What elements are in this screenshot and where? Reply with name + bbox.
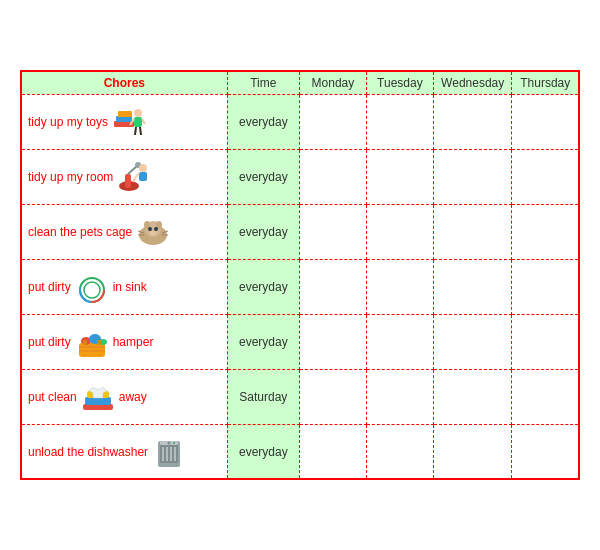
day-cell-row-1-col-1	[366, 149, 433, 204]
day-cell-row-0-col-1	[366, 94, 433, 149]
svg-rect-14	[139, 172, 147, 181]
chore-text-after-5: away	[119, 390, 147, 404]
chore-text-before-5: put clean	[28, 390, 77, 404]
svg-point-13	[139, 164, 147, 172]
header-tuesday: Tuesday	[366, 71, 433, 95]
svg-point-23	[150, 231, 156, 235]
svg-line-7	[135, 127, 136, 135]
day-cell-row-5-col-2	[433, 369, 512, 424]
day-cell-row-6-col-2	[433, 424, 512, 479]
day-cell-row-2-col-3	[512, 204, 579, 259]
chore-icon-dishes	[73, 268, 111, 306]
chore-icon-toys	[110, 103, 148, 141]
chore-row-3: put dirty in sink	[21, 259, 227, 314]
day-cell-row-4-col-3	[512, 314, 579, 369]
header-thursday: Thursday	[512, 71, 579, 95]
svg-rect-4	[134, 117, 142, 127]
day-cell-row-6-col-3	[512, 424, 579, 479]
header-chores: Chores	[21, 71, 227, 95]
header-time: Time	[227, 71, 299, 95]
day-cell-row-4-col-0	[299, 314, 366, 369]
chore-text-before-6: unload the dishwasher	[28, 445, 148, 459]
svg-line-11	[128, 166, 137, 174]
chore-text-before-0: tidy up my toys	[28, 115, 108, 129]
svg-point-51	[173, 442, 175, 444]
time-row-4: everyday	[227, 314, 299, 369]
time-row-6: everyday	[227, 424, 299, 479]
chore-row-5: put clean away	[21, 369, 227, 424]
time-row-5: Saturday	[227, 369, 299, 424]
day-cell-row-3-col-2	[433, 259, 512, 314]
time-row-1: everyday	[227, 149, 299, 204]
chore-row-4: put dirty hamper	[21, 314, 227, 369]
svg-rect-39	[97, 340, 101, 345]
svg-rect-32	[79, 343, 105, 357]
day-cell-row-0-col-2	[433, 94, 512, 149]
day-cell-row-2-col-0	[299, 204, 366, 259]
chores-table: Chores Time Monday Tuesday Wednesday Thu…	[20, 70, 580, 481]
chore-icon-dishwasher	[150, 433, 188, 471]
day-cell-row-3-col-0	[299, 259, 366, 314]
chore-text-before-3: put dirty	[28, 280, 71, 294]
chore-text-before-4: put dirty	[28, 335, 71, 349]
svg-line-8	[140, 127, 141, 135]
chore-text-before-2: clean the pets cage	[28, 225, 132, 239]
svg-point-21	[148, 227, 152, 231]
day-cell-row-3-col-1	[366, 259, 433, 314]
day-cell-row-0-col-3	[512, 94, 579, 149]
svg-line-6	[142, 119, 145, 124]
chore-icon-room	[115, 158, 153, 196]
svg-rect-2	[118, 111, 132, 117]
svg-point-29	[84, 282, 100, 298]
svg-line-16	[133, 178, 135, 182]
chore-text-after-3: in sink	[113, 280, 147, 294]
day-cell-row-2-col-2	[433, 204, 512, 259]
day-cell-row-1-col-3	[512, 149, 579, 204]
day-cell-row-6-col-1	[366, 424, 433, 479]
header-wednesday: Wednesday	[433, 71, 512, 95]
svg-point-22	[154, 227, 158, 231]
header-monday: Monday	[299, 71, 366, 95]
chore-icon-laundry	[79, 378, 117, 416]
time-row-3: everyday	[227, 259, 299, 314]
day-cell-row-2-col-1	[366, 204, 433, 259]
chore-row-2: clean the pets cage	[21, 204, 227, 259]
day-cell-row-3-col-3	[512, 259, 579, 314]
day-cell-row-4-col-2	[433, 314, 512, 369]
chore-text-before-1: tidy up my room	[28, 170, 113, 184]
day-cell-row-1-col-2	[433, 149, 512, 204]
time-row-2: everyday	[227, 204, 299, 259]
chore-row-1: tidy up my room	[21, 149, 227, 204]
day-cell-row-0-col-0	[299, 94, 366, 149]
chore-row-0: tidy up my toys	[21, 94, 227, 149]
day-cell-row-6-col-0	[299, 424, 366, 479]
chore-text-after-4: hamper	[113, 335, 154, 349]
chore-icon-pet	[134, 213, 172, 251]
chore-row-6: unload the dishwasher	[21, 424, 227, 479]
day-cell-row-5-col-1	[366, 369, 433, 424]
time-row-0: everyday	[227, 94, 299, 149]
svg-point-3	[134, 109, 142, 117]
svg-rect-38	[83, 340, 87, 345]
day-cell-row-5-col-0	[299, 369, 366, 424]
svg-rect-10	[125, 174, 131, 188]
chore-icon-hamper	[73, 323, 111, 361]
day-cell-row-5-col-3	[512, 369, 579, 424]
page-wrapper: Chores Time Monday Tuesday Wednesday Thu…	[0, 0, 600, 550]
svg-line-15	[135, 173, 139, 178]
day-cell-row-4-col-1	[366, 314, 433, 369]
day-cell-row-1-col-0	[299, 149, 366, 204]
svg-point-50	[168, 441, 171, 444]
